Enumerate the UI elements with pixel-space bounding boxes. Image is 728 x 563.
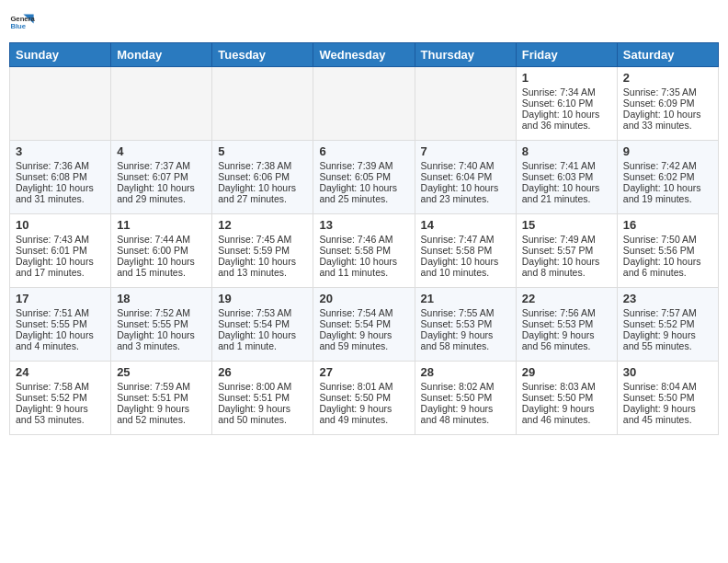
calendar-cell: 9Sunrise: 7:42 AMSunset: 6:02 PMDaylight… <box>617 141 718 214</box>
calendar-cell: 14Sunrise: 7:47 AMSunset: 5:58 PMDayligh… <box>415 214 516 288</box>
day-info: Sunrise: 8:00 AM <box>218 381 307 392</box>
calendar-cell: 5Sunrise: 7:38 AMSunset: 6:06 PMDaylight… <box>212 141 313 214</box>
day-info: Sunset: 6:04 PM <box>421 171 510 182</box>
day-info: Sunrise: 7:35 AM <box>623 86 712 98</box>
day-info: Daylight: 10 hours and 4 minutes. <box>16 329 105 351</box>
day-info: Sunrise: 7:49 AM <box>522 234 611 245</box>
day-info: Sunset: 6:05 PM <box>319 171 408 182</box>
day-number: 23 <box>623 292 712 305</box>
day-info: Sunrise: 7:40 AM <box>421 160 510 171</box>
day-number: 7 <box>421 144 510 158</box>
day-info: Sunrise: 7:47 AM <box>421 234 510 245</box>
day-info: Daylight: 9 hours and 52 minutes. <box>117 403 206 425</box>
day-info: Sunrise: 7:42 AM <box>623 160 712 171</box>
day-number: 24 <box>16 365 105 379</box>
day-number: 27 <box>319 365 408 379</box>
day-info: Sunrise: 7:39 AM <box>319 160 408 171</box>
day-info: Sunset: 6:01 PM <box>16 245 105 256</box>
calendar-cell: 16Sunrise: 7:50 AMSunset: 5:56 PMDayligh… <box>617 214 718 288</box>
day-info: Sunset: 5:52 PM <box>623 318 712 329</box>
day-info: Daylight: 9 hours and 48 minutes. <box>421 403 510 425</box>
calendar-week-4: 17Sunrise: 7:51 AMSunset: 5:55 PMDayligh… <box>10 288 719 362</box>
calendar-cell: 1Sunrise: 7:34 AMSunset: 6:10 PMDaylight… <box>516 67 617 141</box>
day-info: Sunset: 5:54 PM <box>218 318 307 329</box>
day-number: 5 <box>218 144 307 158</box>
calendar-cell <box>313 67 415 141</box>
day-info: Sunset: 5:50 PM <box>623 392 712 403</box>
column-header-saturday: Saturday <box>617 43 718 67</box>
day-number: 10 <box>16 218 105 232</box>
day-info: Sunrise: 7:59 AM <box>117 381 206 392</box>
day-info: Sunset: 5:55 PM <box>16 318 105 329</box>
column-header-tuesday: Tuesday <box>212 43 313 67</box>
day-info: Sunset: 5:58 PM <box>421 245 510 256</box>
day-info: Daylight: 9 hours and 49 minutes. <box>319 403 408 425</box>
day-info: Sunset: 5:53 PM <box>421 318 510 329</box>
calendar-cell: 30Sunrise: 8:04 AMSunset: 5:50 PMDayligh… <box>617 362 718 435</box>
day-info: Sunset: 6:09 PM <box>623 98 712 109</box>
calendar-cell <box>415 67 516 141</box>
day-info: Sunrise: 7:55 AM <box>421 307 510 318</box>
day-info: Sunrise: 7:54 AM <box>319 307 408 318</box>
day-info: Daylight: 10 hours and 6 minutes. <box>623 256 712 278</box>
day-number: 21 <box>421 292 510 305</box>
day-info: Sunrise: 7:36 AM <box>16 160 105 171</box>
day-info: Sunset: 6:02 PM <box>623 171 712 182</box>
day-info: Sunrise: 7:53 AM <box>218 307 307 318</box>
calendar-cell: 19Sunrise: 7:53 AMSunset: 5:54 PMDayligh… <box>212 288 313 362</box>
day-info: Daylight: 10 hours and 15 minutes. <box>117 256 206 278</box>
day-info: Sunset: 6:06 PM <box>218 171 307 182</box>
day-info: Sunrise: 7:52 AM <box>117 307 206 318</box>
day-info: Daylight: 10 hours and 8 minutes. <box>522 256 611 278</box>
svg-text:Blue: Blue <box>10 22 26 30</box>
page-header: General Blue <box>9 9 719 35</box>
calendar-cell: 22Sunrise: 7:56 AMSunset: 5:53 PMDayligh… <box>516 288 617 362</box>
calendar-cell: 18Sunrise: 7:52 AMSunset: 5:55 PMDayligh… <box>111 288 212 362</box>
day-number: 25 <box>117 365 206 379</box>
day-number: 14 <box>421 218 510 232</box>
calendar-week-5: 24Sunrise: 7:58 AMSunset: 5:52 PMDayligh… <box>10 362 719 435</box>
calendar-cell: 3Sunrise: 7:36 AMSunset: 6:08 PMDaylight… <box>10 141 111 214</box>
day-info: Sunrise: 7:46 AM <box>319 234 408 245</box>
day-info: Daylight: 10 hours and 25 minutes. <box>319 182 408 204</box>
calendar-cell: 17Sunrise: 7:51 AMSunset: 5:55 PMDayligh… <box>10 288 111 362</box>
day-info: Daylight: 10 hours and 17 minutes. <box>16 256 105 278</box>
day-number: 28 <box>421 365 510 379</box>
day-info: Sunrise: 7:51 AM <box>16 307 105 318</box>
day-number: 6 <box>319 144 408 158</box>
day-info: Daylight: 10 hours and 10 minutes. <box>421 256 510 278</box>
day-info: Daylight: 10 hours and 23 minutes. <box>421 182 510 204</box>
calendar-cell: 6Sunrise: 7:39 AMSunset: 6:05 PMDaylight… <box>313 141 415 214</box>
logo: General Blue <box>9 9 35 35</box>
day-info: Sunrise: 7:45 AM <box>218 234 307 245</box>
day-number: 20 <box>319 292 408 305</box>
calendar-cell: 12Sunrise: 7:45 AMSunset: 5:59 PMDayligh… <box>212 214 313 288</box>
calendar-cell <box>212 67 313 141</box>
day-number: 30 <box>623 365 712 379</box>
column-header-sunday: Sunday <box>10 43 111 67</box>
calendar-cell: 23Sunrise: 7:57 AMSunset: 5:52 PMDayligh… <box>617 288 718 362</box>
day-info: Sunset: 5:51 PM <box>117 392 206 403</box>
day-info: Sunrise: 7:41 AM <box>522 160 611 171</box>
calendar-cell: 25Sunrise: 7:59 AMSunset: 5:51 PMDayligh… <box>111 362 212 435</box>
calendar-cell: 21Sunrise: 7:55 AMSunset: 5:53 PMDayligh… <box>415 288 516 362</box>
day-info: Daylight: 9 hours and 45 minutes. <box>623 403 712 425</box>
day-number: 19 <box>218 292 307 305</box>
calendar-table: SundayMondayTuesdayWednesdayThursdayFrid… <box>9 42 719 435</box>
day-number: 17 <box>16 292 105 305</box>
calendar-cell: 27Sunrise: 8:01 AMSunset: 5:50 PMDayligh… <box>313 362 415 435</box>
day-info: Daylight: 10 hours and 1 minute. <box>218 329 307 351</box>
day-info: Sunrise: 8:01 AM <box>319 381 408 392</box>
day-info: Daylight: 10 hours and 11 minutes. <box>319 256 408 278</box>
day-info: Sunrise: 8:04 AM <box>623 381 712 392</box>
calendar-cell: 13Sunrise: 7:46 AMSunset: 5:58 PMDayligh… <box>313 214 415 288</box>
calendar-cell: 4Sunrise: 7:37 AMSunset: 6:07 PMDaylight… <box>111 141 212 214</box>
day-info: Sunset: 6:07 PM <box>117 171 206 182</box>
day-info: Sunrise: 7:44 AM <box>117 234 206 245</box>
day-number: 15 <box>522 218 611 232</box>
day-number: 4 <box>117 144 206 158</box>
day-number: 8 <box>522 144 611 158</box>
day-info: Sunrise: 8:03 AM <box>522 381 611 392</box>
day-info: Daylight: 10 hours and 13 minutes. <box>218 256 307 278</box>
day-number: 2 <box>623 71 712 85</box>
